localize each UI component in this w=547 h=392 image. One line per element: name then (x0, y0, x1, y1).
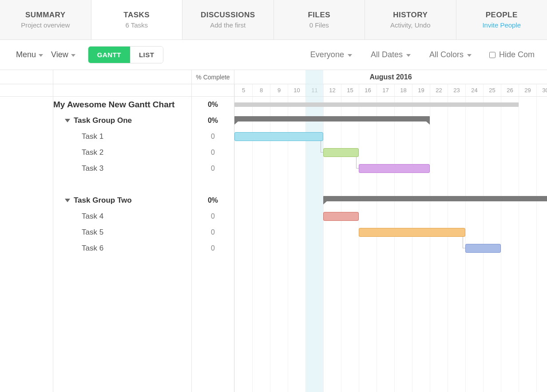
percent-cell: 0 (192, 224, 234, 240)
percent-value: 0 (211, 244, 215, 252)
group-name: Task Group One (74, 116, 132, 125)
collapse-triangle-icon[interactable] (65, 199, 70, 202)
chevron-down-icon (406, 54, 411, 57)
gantt-chart-body[interactable] (234, 97, 547, 392)
hide-completed-toggle[interactable]: Hide Com (485, 50, 535, 59)
task-bar[interactable] (359, 164, 430, 173)
percent-cell: 0 (192, 161, 234, 176)
day-header: 22 (430, 84, 448, 96)
tab-people[interactable]: PEOPLEInvite People (456, 0, 547, 39)
day-header: 25 (483, 84, 501, 96)
tab-title: DISCUSSIONS (201, 11, 255, 20)
task-bar[interactable] (234, 132, 323, 141)
gantt-grid: My Awesome New Gantt ChartTask Group One… (0, 70, 547, 392)
task-row[interactable]: Task 6 (53, 240, 191, 256)
dates-filter-label: All Dates (371, 50, 403, 59)
task-name: Task 1 (82, 132, 103, 141)
tab-files[interactable]: FILES0 Files (274, 0, 365, 39)
percent-value: 0 (211, 165, 215, 172)
percent-value: 0% (208, 117, 218, 125)
tab-history[interactable]: HISTORYActivity, Undo (365, 0, 456, 39)
day-header: 12 (323, 84, 341, 96)
task-name: Task 4 (82, 212, 103, 220)
tab-subtitle: 6 Tasks (125, 21, 148, 29)
day-header: 18 (394, 84, 412, 96)
percent-value: 0% (208, 196, 218, 204)
percent-cell: 0% (192, 113, 234, 129)
day-header-row: 589101112151617181922232425262930 (234, 84, 547, 97)
tab-tasks[interactable]: TASKS6 Tasks (91, 0, 183, 39)
people-filter[interactable]: Everyone (305, 50, 357, 59)
task-bar[interactable] (359, 228, 465, 237)
chevron-down-icon (71, 54, 75, 57)
day-header: 5 (234, 84, 252, 96)
day-header: 16 (359, 84, 377, 96)
people-filter-label: Everyone (310, 50, 344, 59)
menu-label: Menu (16, 50, 36, 59)
percent-cell: 0 (192, 145, 234, 161)
task-name: Task 6 (82, 244, 103, 252)
view-dropdown[interactable]: View (51, 50, 75, 59)
task-bar[interactable] (465, 244, 501, 253)
left-indent-column (0, 70, 53, 392)
gantt-button[interactable]: GANTT (88, 47, 130, 63)
chevron-down-icon (467, 54, 472, 57)
task-name: Task 3 (82, 164, 103, 172)
tab-title: HISTORY (393, 11, 428, 20)
task-row[interactable]: My Awesome New Gantt Chart (53, 97, 191, 113)
menu-dropdown[interactable]: Menu (16, 50, 43, 59)
task-bar[interactable] (323, 212, 359, 221)
tab-summary[interactable]: SUMMARYProject overview (0, 0, 91, 39)
collapse-triangle-icon[interactable] (65, 119, 70, 122)
chevron-down-icon (39, 54, 43, 57)
hide-completed-checkbox[interactable] (489, 52, 495, 58)
percent-value: 0 (211, 212, 215, 220)
tab-subtitle: Add the first (210, 21, 246, 29)
percent-cell: 0 (192, 208, 234, 224)
day-header: 17 (377, 84, 394, 96)
tab-discussions[interactable]: DISCUSSIONSAdd the first (182, 0, 274, 39)
colors-filter-label: All Colors (429, 50, 464, 59)
task-name: Task 2 (82, 148, 103, 157)
main-tabs: SUMMARYProject overviewTASKS6 TasksDISCU… (0, 0, 547, 40)
tab-title: PEOPLE (486, 11, 518, 20)
chevron-down-icon (348, 54, 352, 57)
view-mode-segmented: GANTT LIST (88, 46, 164, 63)
task-row[interactable]: Task Group One (53, 113, 191, 129)
day-header: 29 (519, 84, 536, 96)
day-header: 15 (341, 84, 359, 96)
percent-cell: 0% (192, 192, 234, 208)
view-label: View (51, 50, 68, 59)
dates-filter[interactable]: All Dates (365, 50, 416, 59)
colors-filter[interactable]: All Colors (424, 50, 477, 59)
day-header: 30 (536, 84, 547, 96)
percent-complete-column: % Complete 0%0%0000%000 (192, 70, 234, 392)
percent-value: 0 (211, 228, 215, 236)
group-name: Task Group Two (74, 196, 132, 204)
task-row[interactable]: Task 2 (53, 145, 191, 161)
tab-title: SUMMARY (25, 11, 66, 20)
percent-value: 0 (211, 149, 215, 157)
group-bar[interactable] (234, 116, 430, 122)
day-header: 9 (270, 84, 288, 96)
task-row[interactable]: Task 4 (53, 208, 191, 224)
group-bar[interactable] (323, 196, 547, 201)
day-header: 24 (465, 84, 483, 96)
hide-completed-label: Hide Com (499, 50, 535, 59)
task-row[interactable]: Task Group Two (53, 192, 191, 208)
percent-cell: 0 (192, 240, 234, 256)
percent-value: 0 (211, 133, 215, 141)
month-header: August 2016 (234, 70, 547, 84)
tab-subtitle: 0 Files (309, 21, 329, 29)
toolbar: Menu View GANTT LIST Everyone All Dates … (0, 40, 547, 70)
list-button[interactable]: LIST (130, 47, 163, 63)
tab-subtitle: Activity, Undo (390, 21, 431, 29)
tab-subtitle: Project overview (21, 21, 70, 29)
task-row[interactable]: Task 5 (53, 224, 191, 240)
day-header: 8 (252, 84, 270, 96)
day-header: 26 (501, 84, 519, 96)
task-bar[interactable] (323, 148, 359, 157)
project-summary-bar[interactable] (234, 102, 519, 107)
task-row[interactable]: Task 3 (53, 161, 191, 176)
task-row[interactable]: Task 1 (53, 129, 191, 145)
